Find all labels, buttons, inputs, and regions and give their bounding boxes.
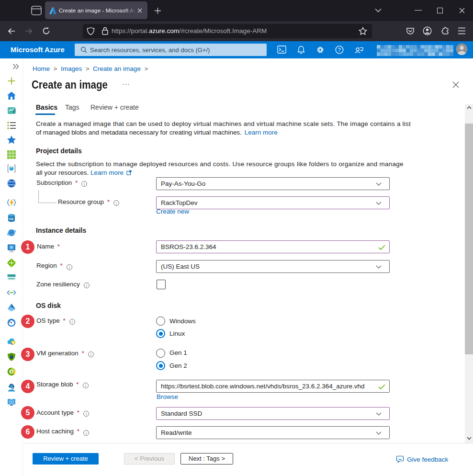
svg-text:?: ?: [338, 47, 341, 53]
svg-text:e: e: [11, 400, 12, 403]
svg-text:SQL: SQL: [9, 217, 14, 220]
svg-text:$: $: [11, 370, 13, 374]
